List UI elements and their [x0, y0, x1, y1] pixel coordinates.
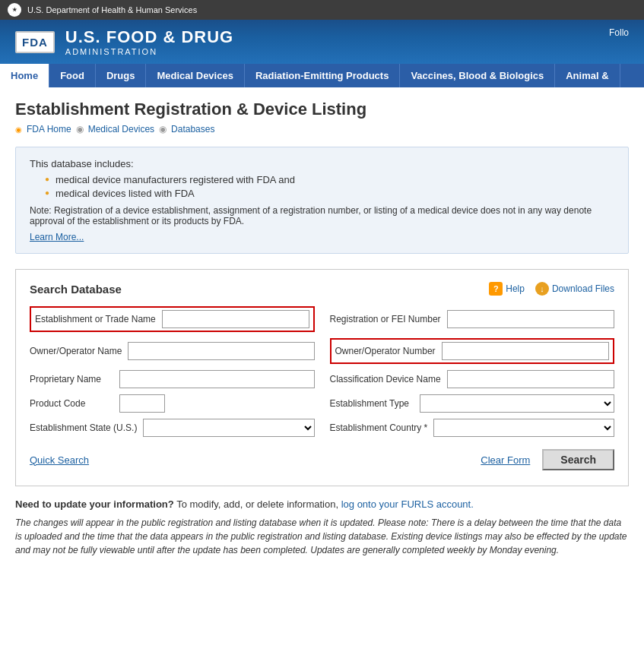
- proprietary-input[interactable]: [119, 370, 315, 388]
- help-icon: ?: [489, 282, 503, 296]
- update-title: Need to update your information?: [15, 498, 174, 510]
- proprietary-row: Proprietary Name: [30, 370, 315, 388]
- breadcrumb-fda-home[interactable]: FDA Home: [27, 124, 71, 134]
- classification-input[interactable]: [447, 370, 614, 388]
- registration-label: Registration or FEI Number: [330, 314, 441, 324]
- establishment-type-row: Establishment Type: [330, 394, 615, 413]
- breadcrumb-medical-devices[interactable]: Medical Devices: [88, 124, 154, 134]
- establishment-country-label: Establishment Country *: [330, 422, 428, 433]
- nav-item-vaccines[interactable]: Vaccines, Blood & Biologics: [400, 64, 555, 87]
- establishment-country-row: Establishment Country *: [330, 419, 615, 437]
- establishment-input[interactable]: [162, 310, 309, 328]
- nav-item-medical-devices[interactable]: Medical Devices: [146, 64, 244, 87]
- info-bullet-2: medical devices listed with FDA: [45, 188, 614, 199]
- info-list: medical device manufacturers registered …: [45, 174, 614, 199]
- learn-more-link[interactable]: Learn More...: [30, 232, 84, 242]
- establishment-label: Establishment or Trade Name: [35, 314, 156, 324]
- product-code-label: Product Code: [30, 398, 113, 409]
- product-code-row: Product Code: [30, 394, 315, 413]
- breadcrumb-sep-2: ◉: [159, 124, 167, 134]
- product-code-input[interactable]: [119, 394, 165, 413]
- fda-header: FDA U.S. FOOD & DRUG ADMINISTRATION Foll…: [0, 20, 644, 64]
- update-link[interactable]: log onto your FURLS account.: [341, 498, 474, 510]
- info-note: Note: Registration of a device establish…: [30, 205, 614, 226]
- search-box-actions: ? Help ↓ Download Files: [489, 282, 614, 296]
- search-database-box: Search Database ? Help ↓ Download Files …: [15, 269, 629, 486]
- registration-row: Registration or FEI Number: [330, 306, 615, 332]
- help-link[interactable]: ? Help: [489, 282, 525, 296]
- info-header: This database includes:: [30, 158, 614, 169]
- establishment-type-select[interactable]: [420, 394, 615, 413]
- info-bullet-1: medical device manufacturers registered …: [45, 174, 614, 185]
- update-desc-italic: The changes will appear in the public re…: [15, 516, 629, 557]
- clear-form-link[interactable]: Clear Form: [481, 454, 530, 466]
- owner-number-input[interactable]: [442, 342, 609, 360]
- gov-title: U.S. Department of Health & Human Servic…: [27, 5, 197, 14]
- registration-input[interactable]: [447, 310, 614, 328]
- info-box: This database includes: medical device m…: [15, 147, 629, 254]
- fda-badge: FDA: [15, 31, 55, 53]
- owner-name-input[interactable]: [128, 342, 314, 360]
- help-label: Help: [506, 283, 525, 294]
- classification-label: Classification Device Name: [330, 374, 441, 384]
- fda-title: U.S. FOOD & DRUG ADMINISTRATION: [65, 27, 233, 56]
- classification-row: Classification Device Name: [330, 370, 615, 388]
- owner-number-label: Owner/Operator Number: [335, 346, 436, 356]
- breadcrumb: ◉ FDA Home ◉ Medical Devices ◉ Databases: [15, 124, 629, 134]
- update-desc: To modify, add, or delete information,: [176, 498, 341, 510]
- page-title: Establishment Registration & Device List…: [15, 100, 629, 119]
- search-button[interactable]: Search: [542, 449, 614, 470]
- nav-bar: Home Food Drugs Medical Devices Radiatio…: [0, 64, 644, 87]
- fda-follow: Follo: [609, 27, 629, 46]
- quick-search-link[interactable]: Quick Search: [30, 454, 89, 466]
- establishment-state-row: Establishment State (U.S.): [30, 419, 315, 437]
- form-actions: Quick Search Clear Form Search: [30, 446, 614, 473]
- nav-item-home[interactable]: Home: [0, 64, 49, 87]
- proprietary-label: Proprietary Name: [30, 374, 113, 384]
- form-actions-right: Clear Form Search: [481, 449, 614, 470]
- establishment-state-select[interactable]: [143, 419, 314, 437]
- search-box-header: Search Database ? Help ↓ Download Files: [30, 282, 614, 296]
- page-content: Establishment Registration & Device List…: [0, 87, 644, 569]
- owner-name-label: Owner/Operator Name: [30, 346, 122, 356]
- owner-name-row: Owner/Operator Name: [30, 338, 315, 364]
- establishment-type-label: Establishment Type: [330, 398, 414, 409]
- nav-item-animal[interactable]: Animal &: [555, 64, 620, 87]
- establishment-row: Establishment or Trade Name: [30, 306, 315, 332]
- gov-bar: ★ U.S. Department of Health & Human Serv…: [0, 0, 644, 20]
- download-icon: ↓: [535, 282, 549, 296]
- nav-item-drugs[interactable]: Drugs: [96, 64, 147, 87]
- breadcrumb-sep-1: ◉: [76, 124, 84, 134]
- establishment-state-label: Establishment State (U.S.): [30, 422, 137, 433]
- download-label: Download Files: [552, 283, 614, 294]
- search-box-title: Search Database: [30, 283, 122, 296]
- gov-logo: ★: [8, 3, 21, 17]
- update-info: Need to update your information? To modi…: [15, 498, 629, 510]
- breadcrumb-databases[interactable]: Databases: [171, 124, 214, 134]
- fda-logo-area: FDA U.S. FOOD & DRUG ADMINISTRATION: [15, 27, 233, 64]
- nav-item-radiation[interactable]: Radiation-Emitting Products: [245, 64, 401, 87]
- owner-number-row: Owner/Operator Number: [330, 338, 615, 364]
- breadcrumb-icon-1: ◉: [15, 125, 22, 134]
- establishment-country-select[interactable]: [433, 419, 614, 437]
- download-link[interactable]: ↓ Download Files: [535, 282, 614, 296]
- nav-item-food[interactable]: Food: [49, 64, 96, 87]
